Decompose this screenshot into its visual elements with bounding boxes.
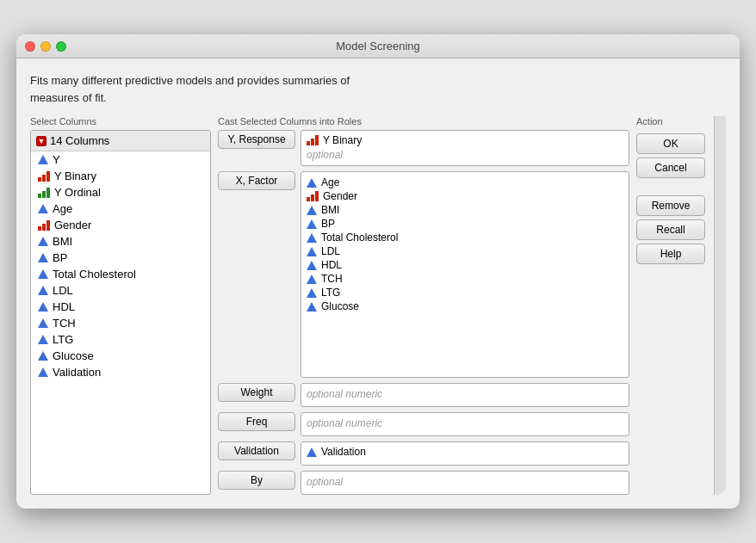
main-content: Select Columns ▼ 14 Columns YY BinaryY O… <box>30 116 714 495</box>
list-item: LTG <box>307 286 623 299</box>
list-item: Glucose <box>307 299 623 313</box>
close-button[interactable] <box>25 41 35 52</box>
middle-panel: Cast Selected Columns into Roles Y, Resp… <box>218 116 629 495</box>
ok-button[interactable]: OK <box>636 133 705 154</box>
list-item[interactable]: Y <box>31 151 210 168</box>
window-title: Model Screening <box>336 40 420 52</box>
role-field-3[interactable]: optional numeric <box>301 412 629 436</box>
list-item[interactable]: TCH <box>31 315 210 331</box>
list-item[interactable]: BMI <box>31 233 210 250</box>
list-item[interactable]: LTG <box>31 331 210 348</box>
role-row: ValidationValidation <box>218 441 629 466</box>
window-controls <box>25 41 66 52</box>
main-window: Model Screening Fits many different pred… <box>16 34 740 509</box>
list-item: LDL <box>307 244 623 258</box>
role-button-x--factor[interactable]: X, Factor <box>218 171 295 190</box>
maximize-button[interactable] <box>56 41 66 52</box>
role-button-weight[interactable]: Weight <box>218 383 295 402</box>
role-field-xfactor[interactable]: AgeGenderBMIBPTotal CholesterolLDLHDLTCH… <box>301 171 629 378</box>
list-item[interactable]: Glucose <box>31 348 210 364</box>
action-buttons: OKCancelRemoveRecallHelp <box>636 133 714 264</box>
list-item[interactable]: Gender <box>31 217 210 233</box>
role-row: Byoptional <box>218 471 629 495</box>
collapse-icon[interactable]: ▼ <box>36 136 46 146</box>
role-field-2[interactable]: optional numeric <box>301 383 629 407</box>
roles-container: Y, ResponseY BinaryoptionalX, FactorAgeG… <box>218 130 629 495</box>
role-field-0[interactable]: Y Binaryoptional <box>301 130 629 166</box>
column-items: YY BinaryY OrdinalAgeGenderBMIBPTotal Ch… <box>31 151 210 380</box>
list-item: Y Binary <box>307 133 623 147</box>
list-item: BMI <box>307 203 623 217</box>
column-header: ▼ 14 Columns <box>31 131 210 151</box>
role-field-5[interactable]: optional <box>301 471 629 495</box>
list-item: Gender <box>307 189 623 203</box>
role-row: X, FactorAgeGenderBMIBPTotal Cholesterol… <box>218 171 629 378</box>
role-button-freq[interactable]: Freq <box>218 412 295 431</box>
cancel-button[interactable]: Cancel <box>636 157 705 178</box>
remove-button[interactable]: Remove <box>636 195 705 216</box>
placeholder-text: optional <box>307 474 623 490</box>
help-button[interactable]: Help <box>636 244 705 264</box>
list-item[interactable]: Age <box>31 201 210 217</box>
role-field-4[interactable]: Validation <box>301 441 629 466</box>
left-panel: Select Columns ▼ 14 Columns YY BinaryY O… <box>30 116 211 495</box>
column-list[interactable]: ▼ 14 Columns YY BinaryY OrdinalAgeGender… <box>30 130 211 495</box>
role-button-by[interactable]: By <box>218 471 295 490</box>
role-row: Freqoptional numeric <box>218 412 629 436</box>
window-body: Fits many different predictive models an… <box>16 59 740 509</box>
role-row: Weightoptional numeric <box>218 383 629 407</box>
description: Fits many different predictive models an… <box>30 72 726 106</box>
titlebar: Model Screening <box>16 34 740 59</box>
list-item: Total Cholesterol <box>307 231 623 244</box>
list-item: TCH <box>307 272 623 286</box>
recall-button[interactable]: Recall <box>636 219 705 240</box>
list-item[interactable]: BP <box>31 250 210 266</box>
placeholder-text: optional numeric <box>307 386 623 402</box>
list-item[interactable]: Validation <box>31 364 210 380</box>
list-item: Validation <box>307 445 623 459</box>
role-button-y--response[interactable]: Y, Response <box>218 130 295 149</box>
list-item: BP <box>307 217 623 231</box>
select-columns-label: Select Columns <box>30 116 211 126</box>
placeholder-text: optional numeric <box>307 416 623 431</box>
list-item[interactable]: Y Ordinal <box>31 184 210 201</box>
minimize-button[interactable] <box>40 41 51 52</box>
right-panel: Action OKCancelRemoveRecallHelp <box>636 116 714 495</box>
placeholder-text: optional <box>307 147 623 163</box>
window-scrollbar[interactable] <box>714 116 726 495</box>
list-item[interactable]: Total Cholesterol <box>31 266 210 282</box>
role-button-validation[interactable]: Validation <box>218 441 295 460</box>
columns-count: 14 Columns <box>50 134 109 147</box>
list-item: Age <box>307 176 623 189</box>
action-label: Action <box>636 116 714 126</box>
cast-columns-label: Cast Selected Columns into Roles <box>218 116 629 126</box>
list-item: HDL <box>307 258 623 272</box>
list-item[interactable]: LDL <box>31 282 210 299</box>
list-item[interactable]: Y Binary <box>31 168 210 184</box>
role-row: Y, ResponseY Binaryoptional <box>218 130 629 166</box>
list-item[interactable]: HDL <box>31 299 210 315</box>
